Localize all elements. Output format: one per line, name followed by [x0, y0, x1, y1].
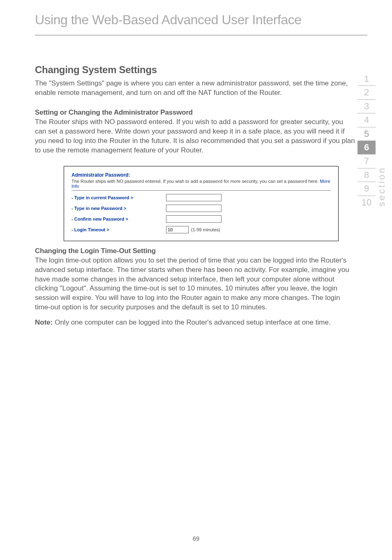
page-title: Using the Web-Based Advanced User Interf…: [0, 0, 392, 32]
label-login-timeout: - Login Timeout >: [71, 227, 166, 232]
section-tabs: 1 2 3 4 5 6 7 8 9 10: [357, 72, 376, 209]
note-label: Note:: [35, 318, 53, 326]
tab-1[interactable]: 1: [357, 72, 376, 86]
tab-7[interactable]: 7: [357, 154, 376, 168]
subheading-login-timeout: Changing the Login Time-Out Setting: [35, 247, 355, 255]
tab-9[interactable]: 9: [357, 182, 376, 196]
admin-password-figure: Administrator Password: The Router ships…: [64, 166, 339, 241]
login-timeout-hint: (1-99 minutes): [191, 227, 220, 232]
label-current-password: - Type in current Password >: [71, 195, 166, 200]
admin-password-paragraph: The Router ships with NO password entere…: [35, 118, 355, 155]
page-number: 69: [0, 535, 392, 542]
figure-title: Administrator Password:: [71, 172, 331, 178]
figure-description: The Router ships with NO password entere…: [71, 179, 320, 184]
label-new-password: - Type in new Password >: [71, 206, 166, 211]
login-timeout-input[interactable]: [166, 226, 189, 233]
section-heading: Changing System Settings: [35, 64, 355, 76]
tab-5[interactable]: 5: [357, 127, 376, 141]
subheading-admin-password: Setting or Changing the Administrator Pa…: [35, 108, 355, 117]
confirm-password-input[interactable]: [166, 215, 221, 223]
tab-2[interactable]: 2: [357, 86, 376, 99]
note-paragraph: Note: Only one computer can be logged in…: [35, 318, 355, 327]
note-text: Only one computer can be logged into the…: [53, 318, 330, 326]
row-current-password: - Type in current Password >: [71, 194, 331, 201]
new-password-input[interactable]: [166, 205, 221, 212]
tab-10[interactable]: 10: [357, 196, 376, 209]
side-section-label: section: [376, 166, 387, 207]
row-login-timeout: - Login Timeout > (1-99 minutes): [71, 226, 331, 233]
tab-6[interactable]: 6: [357, 141, 376, 154]
current-password-input[interactable]: [166, 194, 221, 201]
login-timeout-paragraph: The login time-out option allows you to …: [35, 256, 355, 313]
intro-paragraph: The "System Settings" page is where you …: [35, 79, 355, 98]
tab-8[interactable]: 8: [357, 168, 376, 182]
row-confirm-password: - Confirm new Password >: [71, 215, 331, 223]
figure-divider: [71, 190, 331, 191]
label-confirm-password: - Confirm new Password >: [71, 217, 166, 221]
tab-3[interactable]: 3: [357, 100, 376, 113]
row-new-password: - Type in new Password >: [71, 205, 331, 212]
content-area: Changing System Settings The "System Set…: [0, 35, 392, 327]
tab-4[interactable]: 4: [357, 113, 376, 127]
